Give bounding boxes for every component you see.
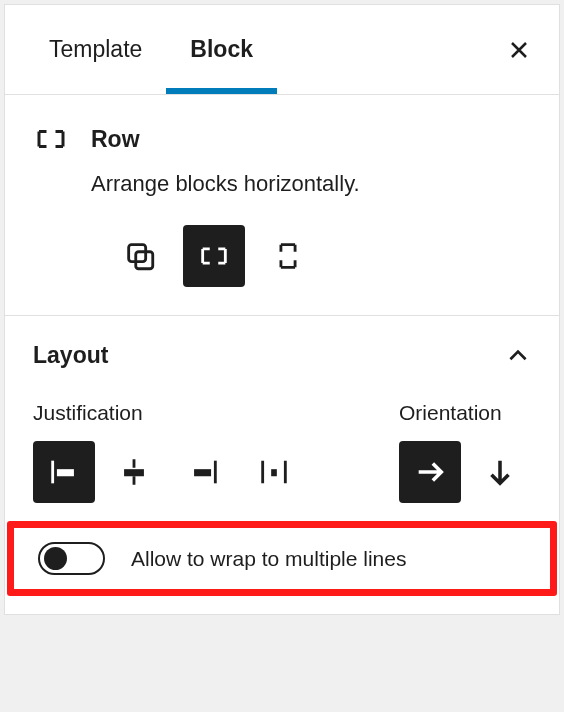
orientation-vertical-button[interactable]	[469, 441, 531, 503]
justify-center-icon	[117, 455, 151, 489]
tab-template[interactable]: Template	[25, 6, 166, 93]
block-title: Row	[91, 126, 140, 153]
toggle-thumb	[44, 547, 67, 570]
stack-icon	[271, 239, 305, 273]
wrap-toggle-highlight: Allow to wrap to multiple lines	[7, 521, 557, 596]
chevron-up-icon	[505, 343, 531, 369]
group-icon	[123, 239, 157, 273]
layout-section: Layout Justification	[5, 316, 559, 614]
layout-section-toggle[interactable]: Layout	[33, 342, 531, 369]
close-icon	[507, 38, 531, 62]
variation-stack-button[interactable]	[257, 225, 319, 287]
orientation-group: Orientation	[399, 401, 531, 503]
block-info-section: Row Arrange blocks horizontally.	[5, 95, 559, 316]
svg-rect-2	[57, 469, 74, 476]
variation-row-button[interactable]	[183, 225, 245, 287]
block-description: Arrange blocks horizontally.	[91, 171, 531, 197]
justify-left-icon	[47, 455, 81, 489]
wrap-toggle-label: Allow to wrap to multiple lines	[131, 547, 406, 571]
block-variation-buttons	[109, 225, 531, 287]
tab-block[interactable]: Block	[166, 6, 277, 93]
row-icon	[197, 239, 231, 273]
svg-rect-5	[271, 469, 277, 476]
row-block-icon	[33, 121, 69, 157]
wrap-toggle[interactable]	[38, 542, 105, 575]
close-button[interactable]	[499, 30, 539, 70]
layout-title: Layout	[33, 342, 108, 369]
arrow-right-icon	[413, 455, 447, 489]
justification-group: Justification	[33, 401, 305, 503]
orientation-label: Orientation	[399, 401, 531, 425]
justify-left-button[interactable]	[33, 441, 95, 503]
variation-group-button[interactable]	[109, 225, 171, 287]
orientation-horizontal-button[interactable]	[399, 441, 461, 503]
justify-space-between-icon	[257, 455, 291, 489]
svg-rect-4	[194, 469, 211, 476]
arrow-down-icon	[483, 455, 517, 489]
svg-rect-3	[124, 469, 144, 476]
justify-center-button[interactable]	[103, 441, 165, 503]
inspector-tabs: Template Block	[5, 5, 559, 95]
justify-space-between-button[interactable]	[243, 441, 305, 503]
justify-right-button[interactable]	[173, 441, 235, 503]
justify-right-icon	[187, 455, 221, 489]
justification-label: Justification	[33, 401, 305, 425]
